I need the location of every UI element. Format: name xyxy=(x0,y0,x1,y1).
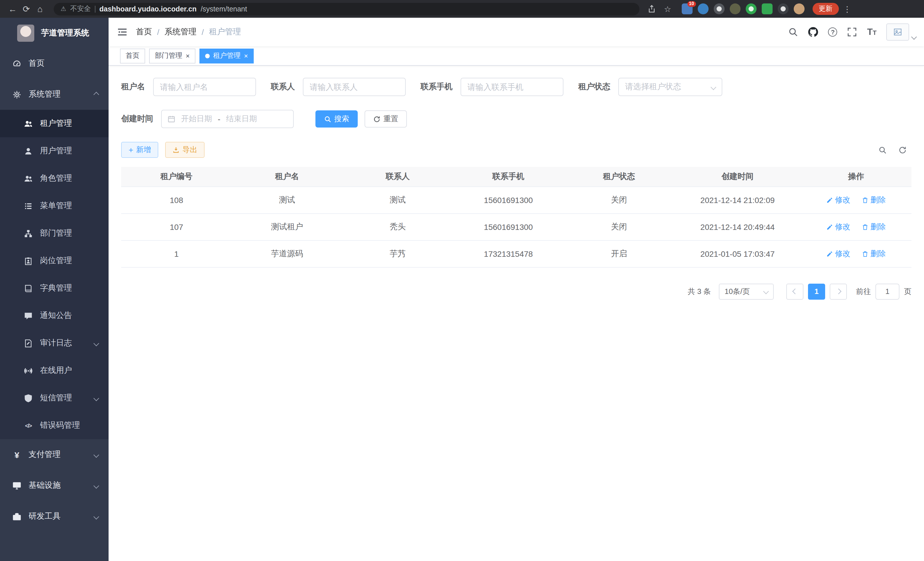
filter-row-1: 租户名 联系人 联系手机 租户状态 请选择租户状态 xyxy=(121,78,911,96)
extension-icon-3[interactable] xyxy=(713,3,724,14)
cell-create-time: 2021-12-14 20:49:44 xyxy=(674,213,801,240)
delete-link[interactable]: 删除 xyxy=(862,195,886,205)
sidebar-item-home[interactable]: 首页 xyxy=(0,48,109,79)
status-select[interactable]: 请选择租户状态 xyxy=(618,78,722,96)
refresh-table-icon[interactable] xyxy=(898,146,907,154)
table-toolbar: + 新增 导出 xyxy=(121,142,911,158)
breadcrumb-system[interactable]: 系统管理 xyxy=(165,27,196,37)
breadcrumb: 首页 / 系统管理 / 租户管理 xyxy=(136,27,241,37)
logo: 芋道管理系统 xyxy=(0,18,109,48)
hamburger-icon[interactable] xyxy=(109,27,136,37)
sidebar-item-audit-log[interactable]: 审计日志 xyxy=(0,329,109,357)
page-1-button[interactable]: 1 xyxy=(808,283,825,299)
close-icon[interactable]: × xyxy=(244,52,248,59)
github-icon[interactable] xyxy=(808,27,819,37)
contact-input[interactable] xyxy=(303,78,406,96)
edit-link[interactable]: 修改 xyxy=(826,248,850,259)
sidebar-item-label: 岗位管理 xyxy=(40,256,72,266)
sidebar-item-label: 租户管理 xyxy=(40,118,72,129)
sidebar-item-notice[interactable]: 通知公告 xyxy=(0,302,109,329)
edit-link[interactable]: 修改 xyxy=(826,195,850,205)
sidebar-item-dict[interactable]: 字典管理 xyxy=(0,274,109,302)
date-range-picker[interactable]: 开始日期 - 结束日期 xyxy=(161,110,294,128)
browser-menu-icon[interactable]: ⋮ xyxy=(843,4,851,14)
profile-avatar-icon[interactable] xyxy=(794,3,804,14)
toggle-search-icon[interactable] xyxy=(878,146,887,154)
search-icon[interactable] xyxy=(788,27,799,37)
phone-input[interactable] xyxy=(460,78,563,96)
edit-link[interactable]: 修改 xyxy=(826,222,850,232)
chevron-down-icon xyxy=(93,514,99,519)
sidebar-item-system[interactable]: 系统管理 xyxy=(0,79,109,110)
share-icon[interactable] xyxy=(647,5,656,13)
extension-icon-2[interactable] xyxy=(698,3,708,14)
sidebar-item-sms[interactable]: 短信管理 xyxy=(0,384,109,412)
prev-page-button[interactable] xyxy=(786,283,803,299)
help-icon[interactable]: ? xyxy=(828,27,837,37)
list-icon xyxy=(24,202,33,210)
tab-tenant[interactable]: 租户管理 × xyxy=(200,48,254,63)
page-size-select[interactable]: 10条/页 xyxy=(719,283,774,299)
breadcrumb-home[interactable]: 首页 xyxy=(136,27,152,37)
home-icon[interactable]: ⌂ xyxy=(33,4,47,14)
sidebar-item-dept[interactable]: 部门管理 xyxy=(0,220,109,247)
export-button[interactable]: 导出 xyxy=(165,142,205,158)
sidebar-item-label: 用户管理 xyxy=(40,146,72,156)
breadcrumb-separator: / xyxy=(202,27,204,37)
search-button[interactable]: 搜索 xyxy=(315,110,358,128)
url-path: /system/tenant xyxy=(201,5,247,13)
cell-tenant-name: 测试 xyxy=(232,186,342,213)
book-icon xyxy=(24,284,33,293)
next-page-button[interactable] xyxy=(830,283,847,299)
pencil-icon xyxy=(826,223,833,230)
extension-icon-7[interactable] xyxy=(777,3,788,14)
sidebar-item-error-code[interactable]: </> 错误码管理 xyxy=(0,412,109,439)
back-icon[interactable]: ← xyxy=(6,4,20,14)
extension-icon-4[interactable] xyxy=(729,3,740,14)
bookmark-star-icon[interactable]: ☆ xyxy=(664,4,671,14)
pencil-icon xyxy=(826,250,833,257)
chevron-right-icon xyxy=(836,289,841,294)
navbar-actions: ? TT xyxy=(788,23,924,41)
tab-dept[interactable]: 部门管理 × xyxy=(149,48,195,63)
sidebar-item-label: 短信管理 xyxy=(40,393,72,403)
divider xyxy=(95,5,95,12)
close-icon[interactable]: × xyxy=(186,52,190,59)
user-avatar[interactable] xyxy=(886,23,916,41)
col-contact: 联系人 xyxy=(342,167,453,186)
extension-icon-5[interactable] xyxy=(746,3,756,14)
tab-home[interactable]: 首页 xyxy=(120,48,145,63)
extension-icon-1[interactable]: 10 xyxy=(681,3,692,14)
extension-icon-6[interactable] xyxy=(761,3,772,14)
reload-icon[interactable]: ⟳ xyxy=(20,4,33,14)
reset-button[interactable]: 重置 xyxy=(364,110,407,128)
sidebar-item-role[interactable]: 角色管理 xyxy=(0,165,109,192)
fullscreen-icon[interactable] xyxy=(847,27,857,37)
org-tree-icon xyxy=(24,229,33,238)
sidebar-item-menu[interactable]: 菜单管理 xyxy=(0,192,109,220)
filter-row-2: 创建时间 开始日期 - 结束日期 搜索 重置 xyxy=(121,110,911,128)
font-size-icon[interactable]: TT xyxy=(867,27,877,37)
tenant-name-label: 租户名 xyxy=(121,82,153,92)
sidebar-item-user[interactable]: 用户管理 xyxy=(0,137,109,165)
system-submenu: 租户管理 用户管理 角色管理 菜单管理 部门管理 岗位管理 xyxy=(0,110,109,439)
sidebar-item-post[interactable]: 岗位管理 xyxy=(0,247,109,274)
add-button[interactable]: + 新增 xyxy=(121,142,158,158)
sidebar-item-tenant[interactable]: 租户管理 xyxy=(0,110,109,137)
sidebar-item-online-users[interactable]: 在线用户 xyxy=(0,357,109,384)
address-bar[interactable]: ⚠ 不安全 dashboard.yudao.iocoder.cn/system/… xyxy=(54,3,639,15)
sidebar-item-devtools[interactable]: 研发工具 xyxy=(0,501,109,532)
sidebar-item-payment[interactable]: ¥ 支付管理 xyxy=(0,439,109,470)
sidebar-item-label: 研发工具 xyxy=(28,511,61,522)
goto-page-input[interactable] xyxy=(875,283,899,299)
delete-link[interactable]: 删除 xyxy=(862,222,886,232)
active-dot xyxy=(205,53,210,58)
sidebar-item-label: 在线用户 xyxy=(40,365,72,376)
chevron-down-icon xyxy=(711,84,716,90)
phone-label: 联系手机 xyxy=(421,82,460,92)
cell-status: 关闭 xyxy=(564,186,674,213)
delete-link[interactable]: 删除 xyxy=(862,248,886,259)
sidebar-item-infra[interactable]: 基础设施 xyxy=(0,470,109,501)
tenant-name-input[interactable] xyxy=(153,78,256,96)
update-button[interactable]: 更新 xyxy=(812,3,838,15)
